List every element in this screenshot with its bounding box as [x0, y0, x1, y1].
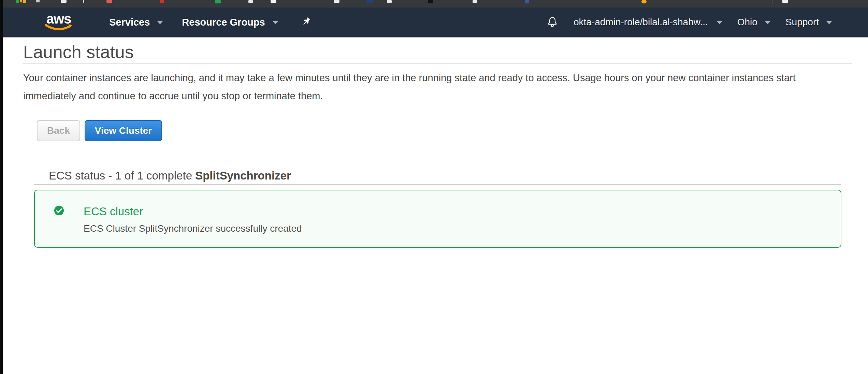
browser-favicon-fragment	[36, 0, 40, 2]
browser-favicon-fragment	[23, 0, 26, 3]
chevron-down-icon	[157, 21, 163, 24]
region-menu-label: Ohio	[737, 17, 757, 28]
aws-logo[interactable]: aws	[44, 13, 73, 31]
chevron-down-icon	[765, 21, 770, 24]
aws-logo-text: aws	[46, 13, 71, 25]
browser-favicon-fragment	[16, 0, 19, 3]
browser-favicon-fragment	[428, 0, 433, 3]
aws-top-nav: aws Services Resource Groups	[3, 8, 868, 38]
support-menu-label: Support	[785, 17, 819, 28]
nav-services-label: Services	[109, 17, 150, 28]
browser-bookmarks-strip	[3, 0, 868, 8]
browser-favicon-fragment	[61, 0, 67, 3]
success-check-icon	[54, 205, 64, 216]
title-divider	[23, 63, 852, 64]
account-menu-label: okta-admin-role/bilal.al-shahw...	[574, 17, 708, 28]
account-menu[interactable]: okta-admin-role/bilal.al-shahw...	[574, 17, 722, 28]
nav-resource-groups-menu[interactable]: Resource Groups	[182, 17, 278, 28]
back-button[interactable]: Back	[37, 120, 80, 141]
section-divider	[34, 184, 841, 185]
pin-icon[interactable]	[303, 17, 312, 27]
view-cluster-button[interactable]: View Cluster	[85, 120, 162, 141]
chevron-down-icon	[273, 21, 278, 24]
browser-favicon-fragment	[473, 0, 477, 3]
chevron-down-icon	[717, 21, 722, 24]
browser-favicon-fragment	[271, 0, 276, 3]
nav-services-menu[interactable]: Services	[109, 17, 163, 28]
notifications-bell-icon[interactable]	[547, 16, 558, 28]
ecs-status-heading: ECS status - 1 of 1 complete SplitSynchr…	[49, 169, 841, 183]
chevron-down-icon	[826, 21, 832, 24]
action-buttons-row: Back View Cluster	[37, 120, 868, 141]
nav-resource-groups-label: Resource Groups	[182, 17, 265, 28]
region-menu[interactable]: Ohio	[737, 17, 770, 28]
ecs-status-section: ECS status - 1 of 1 complete SplitSynchr…	[34, 169, 841, 248]
browser-favicon-fragment	[20, 0, 22, 2]
browser-favicon-fragment	[334, 0, 339, 3]
nav-right-group: okta-admin-role/bilal.al-shahw... Ohio S…	[547, 16, 868, 28]
browser-favicon-fragment	[772, 0, 772, 4]
browser-favicon-fragment	[782, 0, 788, 3]
window-left-edge	[0, 0, 3, 374]
browser-favicon-fragment	[248, 0, 253, 3]
page-title: Launch status	[23, 41, 868, 62]
support-menu[interactable]: Support	[785, 17, 832, 28]
launch-status-description: Your container instances are launching, …	[23, 69, 850, 105]
browser-favicon-fragment	[160, 0, 164, 3]
browser-favicon-fragment	[387, 0, 392, 3]
alert-title: ECS cluster	[84, 205, 302, 218]
ecs-status-heading-text: ECS status - 1 of 1 complete	[49, 169, 195, 182]
browser-favicon-fragment	[215, 0, 221, 3]
browser-favicon-fragment	[641, 0, 647, 3]
browser-favicon-fragment	[83, 0, 84, 3]
alert-message: ECS Cluster SplitSynchronizer successful…	[84, 223, 302, 234]
browser-favicon-fragment	[367, 0, 373, 3]
alert-text-block: ECS cluster ECS Cluster SplitSynchronize…	[84, 205, 302, 234]
aws-smile-icon	[45, 24, 73, 31]
aws-console-page: aws Services Resource Groups	[0, 0, 868, 374]
browser-favicon-fragment	[525, 0, 529, 3]
main-content: Launch status Your container instances a…	[3, 38, 868, 374]
success-alert-card: ECS cluster ECS Cluster SplitSynchronize…	[34, 190, 841, 248]
browser-favicon-fragment	[106, 0, 112, 3]
ecs-status-cluster-name: SplitSynchronizer	[195, 169, 291, 182]
